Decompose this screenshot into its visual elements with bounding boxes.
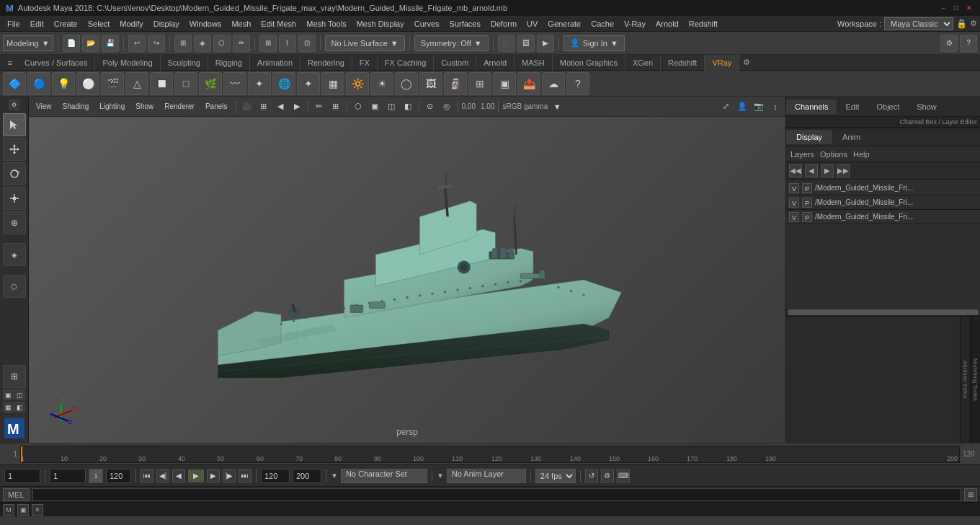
tab-motion-graphics[interactable]: Motion Graphics (553, 55, 625, 71)
vp-select-prev-btn[interactable]: ◀ (273, 100, 288, 114)
help-button[interactable]: ? (960, 35, 977, 52)
tool-select[interactable] (3, 113, 26, 136)
layer-nav-right2[interactable]: ▶▶ (837, 164, 850, 177)
vp-shadow-btn[interactable]: ◧ (401, 100, 415, 114)
layer-visibility-1[interactable]: V (789, 183, 799, 193)
menu-surfaces[interactable]: Surfaces (445, 18, 485, 30)
shelf-icon-6[interactable]: △ (125, 72, 148, 95)
vp-menu-renderer[interactable]: Renderer (160, 101, 199, 112)
menu-deform[interactable]: Deform (486, 18, 521, 30)
tab-channels[interactable]: Channels (786, 100, 837, 114)
mini-btn-2[interactable]: ▣ (17, 504, 29, 516)
tab-menu-button[interactable]: ≡ (3, 56, 17, 70)
vp-xray-btn[interactable]: ◎ (440, 100, 454, 114)
tab-fx-caching[interactable]: FX Caching (378, 55, 434, 71)
menu-edit-mesh[interactable]: Edit Mesh (257, 18, 300, 30)
tab-redshift[interactable]: Redshift (661, 55, 705, 71)
prev-frame-button[interactable]: ◀ (172, 469, 185, 482)
prev-key-button[interactable]: ◀| (156, 469, 169, 482)
tool-soft-select[interactable]: ⬡ (3, 275, 26, 298)
layer-item-1[interactable]: V P /Modern_Guided_Missile_Fri... (786, 181, 980, 195)
tool-rotate[interactable] (3, 162, 26, 185)
tab-object[interactable]: Object (868, 100, 908, 114)
vp-menu-show[interactable]: Show (131, 101, 158, 112)
menu-file[interactable]: File (3, 18, 24, 30)
scroll-thumb[interactable] (788, 309, 979, 315)
anim-layer-button[interactable]: No Anim Layer (447, 469, 526, 483)
next-key-button[interactable]: |▶ (223, 469, 236, 482)
viewport-canvas[interactable]: Y X Z persp (29, 117, 785, 443)
mini-btn-1[interactable]: M (3, 504, 14, 516)
shelf-icon-4[interactable]: ⚪ (76, 72, 99, 95)
vp-menu-view[interactable]: View (32, 101, 56, 112)
to-start-button[interactable]: ⏮ (141, 469, 153, 482)
live-surface-button[interactable]: No Live Surface ▼ (325, 35, 405, 51)
settings-icon[interactable]: ⚙ (970, 19, 977, 28)
menu-curves[interactable]: Curves (410, 18, 444, 30)
tool-small-4[interactable]: ◧ (14, 402, 25, 412)
ipr-button[interactable]: ▶ (537, 35, 554, 52)
layer-item-3[interactable]: V P /Modern_Guided_Missile_Fri... (786, 210, 980, 224)
redo-button[interactable]: ↪ (148, 35, 165, 52)
snap-point-button[interactable]: ⊡ (298, 35, 316, 52)
tab-vray[interactable]: VRay (705, 55, 739, 71)
menu-display[interactable]: Display (149, 18, 184, 30)
select-button[interactable]: ◈ (194, 35, 211, 52)
vp-menu-panels[interactable]: Panels (201, 101, 232, 112)
shelf-icon-5[interactable]: 🎬 (101, 72, 124, 95)
menu-arnold[interactable]: Arnold (651, 18, 683, 30)
tool-move[interactable] (3, 138, 26, 161)
open-button[interactable]: 📂 (82, 35, 99, 52)
tool-transform[interactable]: ⊕ (3, 211, 26, 234)
tool-scale[interactable] (3, 187, 26, 210)
snap-grid-button[interactable]: ⊞ (259, 35, 277, 52)
lock-icon[interactable]: 🔒 (956, 19, 967, 29)
vp-user-btn[interactable]: 👤 (735, 100, 749, 114)
layer-item-2[interactable]: V P /Modern_Guided_Missile_Fri... (786, 195, 980, 210)
timeline-track[interactable]: 1 10 20 30 40 50 60 70 80 90 100 110 120… (20, 446, 960, 463)
menu-create[interactable]: Create (50, 18, 82, 30)
tab-edit[interactable]: Edit (837, 100, 868, 114)
maximize-button[interactable]: □ (951, 3, 961, 13)
shelf-icon-13[interactable]: ✦ (297, 72, 320, 95)
sub-tab-help[interactable]: Help (853, 150, 870, 159)
render-button[interactable]: 🖼 (517, 35, 535, 52)
vp-select-next-btn[interactable]: ▶ (290, 100, 304, 114)
layer-playback-3[interactable]: P (802, 212, 812, 222)
vp-render-preview-btn[interactable]: 📷 (752, 100, 766, 114)
gamma-dropdown-btn[interactable]: ▼ (550, 100, 564, 114)
frame-range-end[interactable] (106, 469, 131, 483)
lasso-button[interactable]: ⬡ (213, 35, 231, 52)
tab-animation[interactable]: Animation (250, 55, 300, 71)
shelf-icon-9[interactable]: 🌿 (199, 72, 222, 95)
sub-tab-options[interactable]: Options (820, 150, 847, 159)
tab-mash[interactable]: MASH (514, 55, 553, 71)
shelf-icon-18[interactable]: 🖼 (419, 72, 442, 95)
hotkeys-button[interactable]: ⌨ (617, 469, 630, 482)
tab-rendering[interactable]: Rendering (300, 55, 352, 71)
symmetry-button[interactable]: Symmetry: Off ▼ (414, 35, 489, 51)
vp-paint-btn[interactable]: ✏ (312, 100, 326, 114)
menu-mesh-tools[interactable]: Mesh Tools (302, 18, 350, 30)
tab-show[interactable]: Show (908, 100, 945, 114)
minimize-button[interactable]: − (938, 3, 948, 13)
tool-show-manip[interactable]: ◈ (3, 243, 26, 266)
tab-poly-modeling[interactable]: Poly Modeling (95, 55, 160, 71)
vp-texture-btn[interactable]: ◫ (384, 100, 398, 114)
shelf-icon-20[interactable]: ⊞ (468, 72, 491, 95)
menu-edit[interactable]: Edit (26, 18, 48, 30)
shelf-icon-2[interactable]: 🔵 (27, 72, 50, 95)
preferences-button[interactable]: ⚙ (601, 469, 614, 482)
loop-button[interactable]: ↺ (585, 469, 598, 482)
vp-menu-shading[interactable]: Shading (58, 101, 94, 112)
menu-cache[interactable]: Cache (587, 18, 618, 30)
menu-vray[interactable]: V-Ray (620, 18, 650, 30)
snap-curve-button[interactable]: ⌇ (279, 35, 296, 52)
shelf-icon-11[interactable]: ✦ (248, 72, 271, 95)
shelf-icon-1[interactable]: 🔷 (3, 72, 26, 95)
tool-small-3[interactable]: ▦ (3, 402, 14, 412)
settings-button[interactable]: ⚙ (940, 35, 958, 52)
shelf-icon-15[interactable]: 🔆 (346, 72, 369, 95)
tab-arnold[interactable]: Arnold (476, 55, 514, 71)
vp-smooth-btn[interactable]: ⬡ (351, 100, 365, 114)
